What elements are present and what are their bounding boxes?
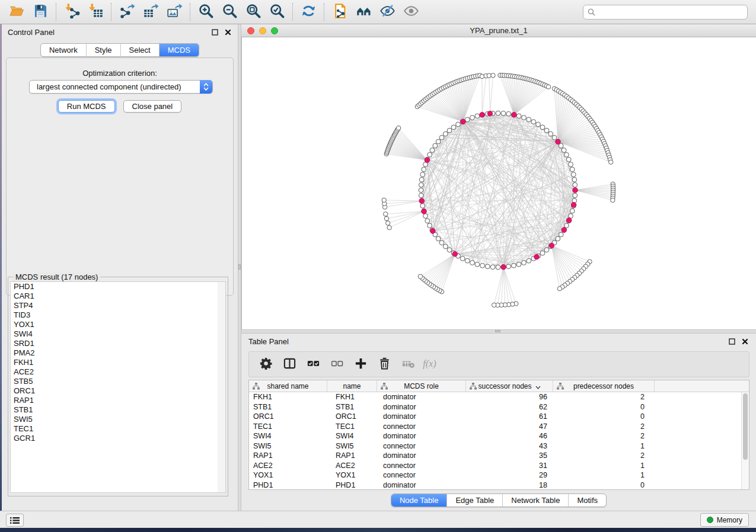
close-panel-icon[interactable]: [741, 337, 749, 345]
cell-mcds_role[interactable]: dominator: [377, 412, 466, 422]
mcds-result-scrollbar[interactable]: [218, 281, 226, 493]
window-zoom-button[interactable]: [271, 27, 278, 34]
cell-mcds_role[interactable]: connector: [377, 461, 466, 471]
table-row-ORC1[interactable]: ORC1ORC1dominator610: [249, 412, 749, 422]
cell-shared_name[interactable]: ORC1: [249, 412, 327, 422]
cell-predecessor_nodes[interactable]: 0: [553, 412, 655, 422]
cell-predecessor_nodes[interactable]: 2: [553, 451, 655, 461]
cell-name[interactable]: PHD1: [327, 480, 377, 491]
mcds-result-node[interactable]: RAP1: [11, 396, 219, 405]
network-canvas[interactable]: [241, 37, 756, 329]
network-window-titlebar[interactable]: YPA_prune.txt_1: [241, 24, 756, 37]
table-row-TEC1[interactable]: TEC1TEC1connector472: [249, 422, 749, 432]
scrollbar-thumb[interactable]: [743, 393, 748, 460]
table-row-RAP1[interactable]: RAP1RAP1dominator352: [249, 451, 749, 461]
cell-name[interactable]: YOX1: [327, 470, 377, 480]
column-header-successor-nodes[interactable]: successor nodes: [466, 380, 553, 392]
window-close-button[interactable]: [247, 27, 254, 34]
mcds-result-node[interactable]: SRD1: [11, 339, 219, 348]
cell-shared_name[interactable]: TEC1: [249, 422, 327, 432]
task-history-button[interactable]: [6, 514, 24, 527]
mcds-result-node[interactable]: CAR1: [11, 291, 219, 301]
table-row-FKH1[interactable]: FKH1FKH1dominator962: [249, 392, 749, 402]
export-table-button[interactable]: [139, 2, 162, 22]
zoom-in-button[interactable]: [194, 2, 218, 22]
open-session-button[interactable]: [5, 2, 28, 22]
cell-successor_nodes[interactable]: 96: [466, 392, 553, 402]
table-row-STB1[interactable]: STB1STB1dominator620: [249, 402, 749, 412]
panel-splitter-horizontal[interactable]: [241, 329, 756, 334]
mcds-result-node[interactable]: ACE2: [11, 367, 219, 377]
cell-mcds_role[interactable]: connector: [377, 441, 466, 451]
mcds-result-node[interactable]: STB5: [11, 377, 219, 386]
memory-button[interactable]: Memory: [700, 513, 749, 527]
column-header-shared-name[interactable]: shared name: [249, 380, 327, 392]
table-row-SWI5[interactable]: SWI5SWI5connector431: [249, 441, 749, 451]
deselect-all-button[interactable]: [326, 355, 347, 374]
delete-button[interactable]: [374, 355, 395, 374]
cell-successor_nodes[interactable]: 43: [466, 441, 553, 451]
mcds-result-node[interactable]: STB1: [11, 405, 219, 415]
export-image-button[interactable]: [162, 2, 186, 22]
cell-shared_name[interactable]: SWI4: [249, 431, 327, 441]
cell-predecessor_nodes[interactable]: 0: [553, 402, 655, 412]
close-panel-icon[interactable]: [224, 28, 232, 36]
mcds-result-node[interactable]: TEC1: [11, 424, 219, 434]
cell-mcds_role[interactable]: connector: [377, 422, 466, 432]
mcds-result-node[interactable]: GCR1: [11, 434, 219, 443]
table-scrollbar[interactable]: [741, 392, 749, 489]
tab-select[interactable]: Select: [120, 44, 159, 56]
refresh-layout-button[interactable]: [296, 2, 320, 22]
cell-shared_name[interactable]: FKH1: [249, 392, 327, 402]
cell-name[interactable]: ACE2: [327, 461, 377, 471]
tab-network[interactable]: Network: [41, 44, 86, 56]
cell-predecessor_nodes[interactable]: 1: [553, 470, 655, 480]
mcds-result-node[interactable]: TID3: [11, 310, 219, 320]
cell-name[interactable]: STB1: [327, 402, 377, 412]
table-row-ACE2[interactable]: ACE2ACE2connector311: [249, 461, 749, 471]
import-table-button[interactable]: [84, 2, 107, 22]
table-row-PHD1[interactable]: PHD1PHD1dominator180: [249, 480, 749, 491]
column-header-name[interactable]: name: [327, 380, 377, 392]
cell-successor_nodes[interactable]: 62: [466, 402, 553, 412]
cell-shared_name[interactable]: ACE2: [249, 461, 327, 471]
cell-mcds_role[interactable]: connector: [377, 470, 466, 480]
float-window-icon[interactable]: [210, 28, 219, 36]
show-all-button[interactable]: [399, 2, 423, 22]
mcds-result-node[interactable]: STP4: [11, 301, 219, 310]
tab-mcds[interactable]: MCDS: [159, 44, 199, 56]
network-graph[interactable]: [242, 37, 755, 329]
import-network-button[interactable]: [60, 2, 84, 22]
cell-successor_nodes[interactable]: 29: [466, 470, 553, 480]
cell-successor_nodes[interactable]: 47: [466, 422, 553, 432]
cell-name[interactable]: TEC1: [327, 422, 377, 432]
cell-successor_nodes[interactable]: 46: [466, 431, 553, 441]
close-panel-button[interactable]: Close panel: [123, 100, 182, 113]
column-header-MCDS-role[interactable]: MCDS role: [377, 380, 466, 392]
mcds-result-node[interactable]: SWI4: [11, 329, 219, 339]
cell-successor_nodes[interactable]: 31: [466, 461, 553, 471]
cell-mcds_role[interactable]: dominator: [377, 402, 466, 412]
first-neighbors-button[interactable]: [352, 2, 375, 22]
cell-predecessor_nodes[interactable]: 2: [553, 422, 655, 432]
optimization-criterion-select[interactable]: largest connected component (undirected): [29, 80, 213, 94]
search-box[interactable]: [583, 5, 748, 20]
cell-shared_name[interactable]: RAP1: [249, 451, 327, 461]
show-columns-button[interactable]: [279, 355, 300, 374]
tab-node-table[interactable]: Node Table: [391, 494, 447, 507]
cell-shared_name[interactable]: YOX1: [249, 470, 327, 480]
cell-predecessor_nodes[interactable]: 1: [553, 461, 655, 471]
column-menu-chevron-icon[interactable]: [535, 383, 541, 391]
settings-button[interactable]: [255, 355, 276, 374]
cell-predecessor_nodes[interactable]: 0: [553, 480, 655, 491]
new-network-from-selection-button[interactable]: [328, 2, 352, 22]
cell-mcds_role[interactable]: dominator: [377, 392, 466, 402]
splitter-handle[interactable]: [238, 264, 241, 270]
table-row-YOX1[interactable]: YOX1YOX1connector291: [249, 470, 749, 480]
select-all-button[interactable]: [302, 355, 324, 374]
cell-name[interactable]: FKH1: [327, 392, 377, 402]
cell-predecessor_nodes[interactable]: 2: [553, 431, 655, 441]
add-column-button[interactable]: [350, 355, 371, 374]
cell-successor_nodes[interactable]: 18: [466, 480, 553, 491]
cell-name[interactable]: SWI5: [327, 441, 377, 451]
